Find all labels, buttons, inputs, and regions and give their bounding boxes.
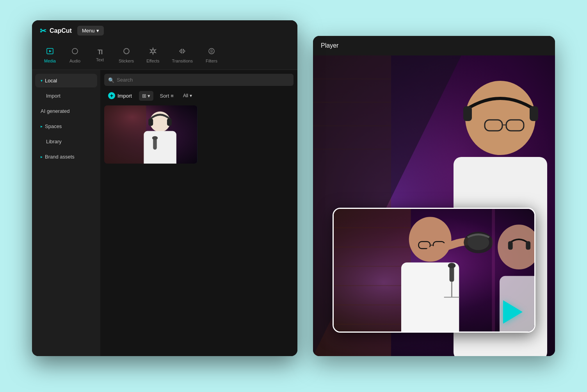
video-popup bbox=[333, 208, 535, 333]
import-button[interactable]: + Import bbox=[104, 90, 136, 102]
svg-rect-51 bbox=[508, 241, 513, 250]
sidebar-library-label: Library bbox=[41, 139, 62, 144]
svg-rect-7 bbox=[104, 105, 146, 164]
svg-point-38 bbox=[409, 217, 452, 262]
svg-rect-27 bbox=[530, 106, 538, 121]
tab-media[interactable]: Media bbox=[38, 44, 62, 66]
media-label: Media bbox=[44, 59, 56, 63]
filter-icon: ▾ bbox=[190, 93, 192, 98]
filters-icon bbox=[208, 47, 215, 57]
menu-arrow-icon: ▾ bbox=[96, 28, 99, 34]
sidebar-ai-label: AI generated bbox=[41, 108, 69, 114]
sidebar-item-ai[interactable]: AI generated bbox=[35, 104, 97, 118]
sidebar-brand-label: Brand assets bbox=[45, 154, 75, 160]
action-row: + Import ⊞ ▾ Sort ≡ All ▾ bbox=[104, 90, 294, 102]
transitions-label: Transitions bbox=[172, 59, 193, 63]
search-input[interactable] bbox=[104, 74, 294, 86]
media-panel: 🔍 + Import ⊞ ▾ Sort ≡ bbox=[100, 70, 297, 356]
logo-text: CapCut bbox=[50, 27, 72, 34]
filter-label: All bbox=[183, 93, 188, 98]
svg-rect-52 bbox=[526, 241, 530, 250]
stickers-label: Stickers bbox=[119, 59, 134, 63]
audio-icon bbox=[71, 47, 79, 57]
effects-label: Effects bbox=[146, 59, 159, 63]
tab-audio[interactable]: Audio bbox=[63, 44, 87, 66]
tab-transitions[interactable]: Transitions bbox=[167, 44, 198, 66]
text-icon: TI bbox=[98, 49, 102, 56]
tab-text[interactable]: TI Text bbox=[88, 46, 112, 65]
sidebar-item-spaces[interactable]: ▸ Spaces bbox=[35, 119, 97, 133]
editor-panel: ✂ CapCut Menu ▾ Media bbox=[32, 20, 297, 356]
sidebar-item-library[interactable]: Library bbox=[35, 135, 97, 148]
svg-rect-45 bbox=[450, 266, 454, 282]
view-toggle-button[interactable]: ⊞ ▾ bbox=[139, 91, 154, 101]
svg-rect-31 bbox=[334, 209, 411, 331]
player-header: Player bbox=[313, 36, 555, 55]
media-grid bbox=[104, 105, 294, 356]
menu-button[interactable]: Menu ▾ bbox=[77, 26, 104, 36]
audio-label: Audio bbox=[69, 59, 80, 63]
filters-label: Filters bbox=[206, 59, 217, 63]
sort-label: Sort bbox=[160, 93, 169, 99]
content-area: ▾ Local Import AI generated ▸ Spaces Lib… bbox=[32, 70, 297, 356]
local-arrow-icon: ▾ bbox=[41, 78, 43, 83]
sort-button[interactable]: Sort ≡ bbox=[157, 91, 176, 101]
svg-point-21 bbox=[465, 81, 535, 155]
import-plus-icon: + bbox=[108, 92, 115, 99]
app-logo: ✂ CapCut bbox=[40, 26, 72, 36]
tab-effects[interactable]: Effects bbox=[141, 44, 165, 66]
grid-icon: ⊞ ▾ bbox=[142, 93, 151, 99]
sidebar-item-import[interactable]: Import bbox=[35, 89, 97, 103]
play-triangle-icon bbox=[503, 300, 523, 324]
stickers-icon bbox=[123, 47, 130, 57]
player-content bbox=[313, 55, 555, 356]
svg-point-13 bbox=[152, 136, 158, 140]
sidebar-spaces-label: Spaces bbox=[45, 123, 62, 129]
transitions-icon bbox=[178, 47, 186, 57]
svg-point-44 bbox=[468, 235, 489, 250]
sort-icon: ≡ bbox=[171, 93, 174, 99]
svg-point-3 bbox=[124, 48, 129, 54]
sidebar-item-local[interactable]: ▾ Local bbox=[35, 74, 97, 87]
player-title: Player bbox=[321, 42, 338, 49]
filter-button[interactable]: All ▾ bbox=[180, 91, 195, 100]
spaces-arrow-icon: ▸ bbox=[41, 124, 43, 128]
import-label: Import bbox=[117, 93, 132, 99]
svg-rect-10 bbox=[148, 118, 153, 126]
svg-rect-26 bbox=[463, 106, 472, 121]
media-icon bbox=[46, 47, 54, 57]
brand-arrow-icon: ▸ bbox=[41, 155, 43, 159]
logo-icon: ✂ bbox=[40, 26, 46, 36]
search-icon: 🔍 bbox=[108, 77, 114, 83]
svg-rect-53 bbox=[492, 209, 495, 331]
player-panel: Player bbox=[313, 36, 555, 356]
svg-rect-11 bbox=[167, 118, 172, 126]
play-button[interactable] bbox=[503, 300, 527, 324]
svg-marker-1 bbox=[49, 50, 52, 52]
text-label: Text bbox=[96, 57, 104, 62]
effects-icon bbox=[149, 47, 157, 57]
editor-header: ✂ CapCut Menu ▾ bbox=[32, 20, 297, 41]
tab-filters[interactable]: Filters bbox=[200, 44, 223, 66]
svg-point-46 bbox=[448, 263, 456, 268]
sidebar-local-label: Local bbox=[45, 78, 57, 84]
search-wrapper: 🔍 bbox=[104, 74, 294, 86]
svg-rect-9 bbox=[144, 131, 176, 164]
sidebar-item-brand-assets[interactable]: ▸ Brand assets bbox=[35, 150, 97, 164]
menu-label: Menu bbox=[82, 28, 95, 34]
toolbar: Media Audio TI Text bbox=[32, 41, 297, 70]
sidebar: ▾ Local Import AI generated ▸ Spaces Lib… bbox=[32, 70, 100, 356]
sidebar-import-label: Import bbox=[41, 93, 60, 99]
tab-stickers[interactable]: Stickers bbox=[113, 44, 139, 66]
media-thumb-1[interactable] bbox=[104, 105, 197, 164]
